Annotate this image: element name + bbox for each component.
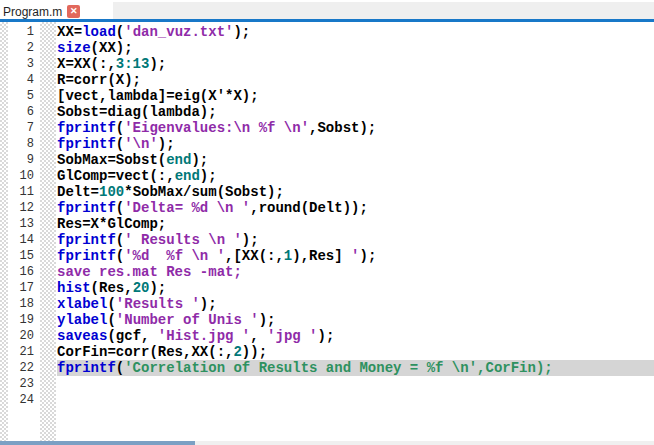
- line-number: 14: [0, 232, 34, 248]
- line-number: 8: [0, 136, 34, 152]
- token: (: [107, 296, 115, 312]
- token: size: [57, 40, 91, 56]
- token: hist: [57, 280, 91, 296]
- token: ' Results \n ': [124, 232, 242, 248]
- code-line-9[interactable]: 9SobMax=Sobst(end);: [0, 152, 654, 168]
- code-line-4[interactable]: 4R=corr(X);: [0, 72, 654, 88]
- code-line-3[interactable]: 3X=XX(:,3:13);: [0, 56, 654, 72]
- token: fprintf: [57, 232, 116, 248]
- token: '\n': [124, 136, 158, 152]
- token: Res=X*GlComp;: [57, 216, 166, 232]
- token: 'jpg ': [267, 328, 317, 344]
- code-text: xlabel('Results ');: [57, 296, 654, 312]
- code-text: X=XX(:,3:13);: [57, 56, 654, 72]
- token: (: [116, 200, 124, 216]
- tab-bar: Program.m ✕: [0, 0, 654, 19]
- code-line-18[interactable]: 18xlabel('Results ');: [0, 296, 654, 312]
- token: GlComp=vect(:,: [57, 168, 175, 184]
- code-lines: 1XX=load('dan_vuz.txt');2size(XX);3X=XX(…: [0, 24, 654, 408]
- token: (: [116, 136, 124, 152]
- code-text: GlComp=vect(:,end);: [57, 168, 654, 184]
- token: X=XX(:,: [57, 56, 116, 72]
- line-number: 13: [0, 216, 34, 232]
- code-line-11[interactable]: 11Delt=100*SobMax/sum(Sobst);: [0, 184, 654, 200]
- code-line-21[interactable]: 21CorFin=corr(Res,XX(:,2));: [0, 344, 654, 360]
- token: fprintf: [57, 248, 116, 264]
- token: (: [116, 248, 124, 264]
- code-line-12[interactable]: 12fprintf('Delta= %d \n ',round(Delt));: [0, 200, 654, 216]
- token: XX=: [57, 24, 82, 40]
- code-line-13[interactable]: 13Res=X*GlComp;: [0, 216, 654, 232]
- token: 20: [133, 280, 150, 296]
- token: ),Res]: [292, 248, 351, 264]
- token: SobMax=Sobst(: [57, 152, 166, 168]
- token: R=corr(X);: [57, 72, 141, 88]
- code-text: Sobst=diag(lambda);: [57, 104, 654, 120]
- code-text: R=corr(X);: [57, 72, 654, 88]
- token: 'Eigenvalues:\n %f \n': [124, 120, 309, 136]
- line-number: 1: [0, 24, 34, 40]
- token: (: [116, 360, 124, 376]
- tab-close-icon[interactable]: ✕: [67, 5, 80, 18]
- code-line-24[interactable]: 24: [0, 392, 654, 408]
- line-number: 21: [0, 344, 34, 360]
- token: );: [233, 24, 250, 40]
- code-line-10[interactable]: 10GlComp=vect(:,end);: [0, 168, 654, 184]
- code-line-8[interactable]: 8fprintf('\n');: [0, 136, 654, 152]
- tab-title: Program.m: [3, 5, 62, 19]
- token: ylabel: [57, 312, 107, 328]
- code-line-17[interactable]: 17hist(Res,20);: [0, 280, 654, 296]
- code-text: save res.mat Res -mat;: [57, 264, 654, 280]
- token: *SobMax/sum(Sobst);: [124, 184, 284, 200]
- token: );: [191, 152, 208, 168]
- token: Sobst=diag(lambda);: [57, 104, 217, 120]
- code-editor[interactable]: 1XX=load('dan_vuz.txt');2size(XX);3X=XX(…: [0, 22, 654, 441]
- code-text: XX=load('dan_vuz.txt');: [57, 24, 654, 40]
- token: '%d %f \n ': [124, 248, 225, 264]
- code-text: saveas(gcf, 'Hist.jpg ', 'jpg ');: [57, 328, 654, 344]
- token: 2: [233, 344, 241, 360]
- token: 'Delta= %d \n ': [124, 200, 250, 216]
- code-line-16[interactable]: 16save res.mat Res -mat;: [0, 264, 654, 280]
- code-line-20[interactable]: 20saveas(gcf, 'Hist.jpg ', 'jpg ');: [0, 328, 654, 344]
- code-line-5[interactable]: 5[vect,lambda]=eig(X'*X);: [0, 88, 654, 104]
- token: ,: [250, 328, 267, 344]
- code-line-23[interactable]: 23: [0, 376, 654, 392]
- code-text: CorFin=corr(Res,XX(:,2));: [57, 344, 654, 360]
- code-text: [57, 392, 654, 408]
- code-line-1[interactable]: 1XX=load('dan_vuz.txt');: [0, 24, 654, 40]
- token: fprintf: [57, 120, 116, 136]
- line-number: 22: [0, 360, 34, 376]
- token: );: [259, 312, 276, 328]
- code-line-6[interactable]: 6Sobst=diag(lambda);: [0, 104, 654, 120]
- code-text: fprintf('%d %f \n ',[XX(:,1),Res] ');: [57, 248, 654, 264]
- line-number: 19: [0, 312, 34, 328]
- code-text: ylabel('Number of Unis ');: [57, 312, 654, 328]
- token: load: [82, 24, 116, 40]
- code-text: fprintf(' Results \n ');: [57, 232, 654, 248]
- token: 'Hist.jpg ': [158, 328, 250, 344]
- line-number: 23: [0, 376, 34, 392]
- token: 'dan_vuz.txt': [124, 24, 233, 40]
- line-number: 12: [0, 200, 34, 216]
- token: [vect,lambda]=eig(X'*X);: [57, 88, 259, 104]
- code-line-7[interactable]: 7fprintf('Eigenvalues:\n %f \n',Sobst);: [0, 120, 654, 136]
- code-text: hist(Res,20);: [57, 280, 654, 296]
- token: ,round(Delt));: [250, 200, 368, 216]
- token: ,[XX(:,: [225, 248, 284, 264]
- code-text: fprintf('Correlation of Results and Mone…: [57, 360, 654, 376]
- line-number: 18: [0, 296, 34, 312]
- token: xlabel: [57, 296, 107, 312]
- line-number: 9: [0, 152, 34, 168]
- token: 100: [99, 184, 124, 200]
- code-line-2[interactable]: 2size(XX);: [0, 40, 654, 56]
- horizontal-scrollbar-thumb[interactable]: [0, 441, 195, 445]
- code-line-14[interactable]: 14fprintf(' Results \n ');: [0, 232, 654, 248]
- code-line-22[interactable]: 22fprintf('Correlation of Results and Mo…: [0, 360, 654, 376]
- code-line-15[interactable]: 15fprintf('%d %f \n ',[XX(:,1),Res] ');: [0, 248, 654, 264]
- line-number: 20: [0, 328, 34, 344]
- horizontal-scrollbar[interactable]: [0, 441, 654, 445]
- code-text: [vect,lambda]=eig(X'*X);: [57, 88, 654, 104]
- token: 'Results ': [116, 296, 200, 312]
- code-line-19[interactable]: 19ylabel('Number of Unis ');: [0, 312, 654, 328]
